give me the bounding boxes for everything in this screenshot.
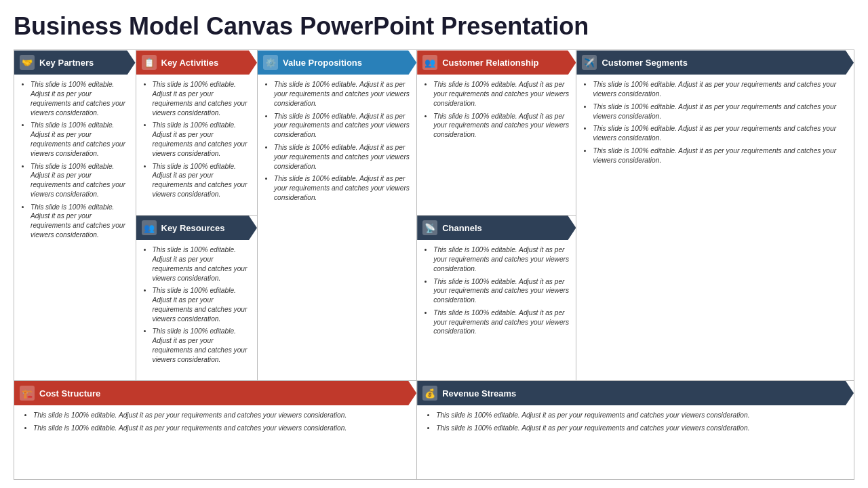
key-resources-cell: 👥 Key Resources This slide is 100% edita… <box>136 216 258 380</box>
customer-segments-header: ✈️ Customer Segments <box>576 50 854 75</box>
list-item: This slide is 100% editable. Adjust it a… <box>33 411 408 420</box>
revenue-streams-header: 💰 Revenue Streams <box>417 381 854 405</box>
list-item: This slide is 100% editable. Adjust it a… <box>433 245 569 273</box>
list-item: This slide is 100% editable. Adjust it a… <box>31 203 129 240</box>
customer-segments-cell: ✈️ Customer Segments This slide is 100% … <box>576 50 854 380</box>
value-propositions-label: Value Propositions <box>283 58 362 68</box>
revenue-streams-content: This slide is 100% editable. Adjust it a… <box>417 405 854 479</box>
customer-segments-label: Customer Segments <box>601 58 687 68</box>
list-item: This slide is 100% editable. Adjust it a… <box>593 80 847 99</box>
channels-icon: 📡 <box>422 220 437 235</box>
bottom-section: 🏗️ Cost Structure This slide is 100% edi… <box>14 381 854 479</box>
key-partners-icon: 🤝 <box>20 55 35 70</box>
cost-structure-content: This slide is 100% editable. Adjust it a… <box>14 405 416 479</box>
list-item: This slide is 100% editable. Adjust it a… <box>274 143 410 171</box>
revenue-streams-cell: 💰 Revenue Streams This slide is 100% edi… <box>417 381 854 479</box>
cost-structure-icon: 🏗️ <box>20 386 35 401</box>
customer-relationship-label: Customer Relationship <box>442 58 538 68</box>
list-item: This slide is 100% editable. Adjust it a… <box>31 80 129 117</box>
list-item: This slide is 100% editable. Adjust it a… <box>153 286 251 323</box>
value-propositions-content: This slide is 100% editable. Adjust it a… <box>258 75 416 380</box>
key-partners-header: 🤝 Key Partners <box>14 50 136 75</box>
list-item: This slide is 100% editable. Adjust it a… <box>436 411 846 420</box>
channels-header: 📡 Channels <box>417 216 576 240</box>
list-item: This slide is 100% editable. Adjust it a… <box>593 146 847 165</box>
key-activities-icon: 📋 <box>142 55 157 70</box>
list-item: This slide is 100% editable. Adjust it a… <box>593 124 847 143</box>
cost-structure-label: Cost Structure <box>39 388 100 399</box>
list-item: This slide is 100% editable. Adjust it a… <box>433 277 569 305</box>
list-item: This slide is 100% editable. Adjust it a… <box>274 80 410 108</box>
key-resources-header: 👥 Key Resources <box>136 216 258 240</box>
value-propositions-header: ⚙️ Value Propositions <box>258 50 416 75</box>
cost-structure-cell: 🏗️ Cost Structure This slide is 100% edi… <box>14 381 417 479</box>
channels-label: Channels <box>442 223 482 233</box>
customer-relationship-header: 👥 Customer Relationship <box>417 50 576 75</box>
slide: Business Model Canvas PowerPoint Present… <box>0 0 868 488</box>
list-item: This slide is 100% editable. Adjust it a… <box>274 112 410 140</box>
key-activities-label: Key Activities <box>161 58 219 68</box>
list-item: This slide is 100% editable. Adjust it a… <box>436 424 846 433</box>
list-item: This slide is 100% editable. Adjust it a… <box>433 112 569 140</box>
list-item: This slide is 100% editable. Adjust it a… <box>153 121 251 158</box>
list-item: This slide is 100% editable. Adjust it a… <box>31 121 129 158</box>
stacked-activities-resources: 📋 Key Activities This slide is 100% edit… <box>136 50 258 380</box>
list-item: This slide is 100% editable. Adjust it a… <box>33 424 408 433</box>
list-item: This slide is 100% editable. Adjust it a… <box>433 80 569 108</box>
customer-relationship-icon: 👥 <box>422 55 437 70</box>
key-activities-cell: 📋 Key Activities This slide is 100% edit… <box>136 50 258 216</box>
channels-content: This slide is 100% editable. Adjust it a… <box>417 240 576 380</box>
cost-structure-header: 🏗️ Cost Structure <box>14 381 416 405</box>
list-item: This slide is 100% editable. Adjust it a… <box>153 80 251 117</box>
key-partners-content: This slide is 100% editable. Adjust it a… <box>14 75 136 380</box>
list-item: This slide is 100% editable. Adjust it a… <box>153 327 251 364</box>
list-item: This slide is 100% editable. Adjust it a… <box>31 162 129 199</box>
list-item: This slide is 100% editable. Adjust it a… <box>274 174 410 202</box>
channels-cell: 📡 Channels This slide is 100% editable. … <box>417 216 576 380</box>
customer-relationship-cell: 👥 Customer Relationship This slide is 10… <box>417 50 576 216</box>
customer-segments-content: This slide is 100% editable. Adjust it a… <box>576 75 854 380</box>
slide-title: Business Model Canvas PowerPoint Present… <box>14 12 854 40</box>
key-resources-icon: 👥 <box>142 220 157 235</box>
revenue-streams-label: Revenue Streams <box>442 388 516 399</box>
customer-segments-icon: ✈️ <box>582 55 597 70</box>
key-resources-content: This slide is 100% editable. Adjust it a… <box>136 240 258 380</box>
list-item: This slide is 100% editable. Adjust it a… <box>593 102 847 121</box>
value-propositions-icon: ⚙️ <box>263 55 278 70</box>
canvas-grid: 🤝 Key Partners This slide is 100% editab… <box>14 49 854 480</box>
key-partners-cell: 🤝 Key Partners This slide is 100% editab… <box>14 50 136 380</box>
list-item: This slide is 100% editable. Adjust it a… <box>153 245 251 283</box>
top-section: 🤝 Key Partners This slide is 100% editab… <box>14 50 854 381</box>
value-propositions-cell: ⚙️ Value Propositions This slide is 100%… <box>258 50 417 380</box>
key-activities-header: 📋 Key Activities <box>136 50 258 75</box>
list-item: This slide is 100% editable. Adjust it a… <box>433 308 569 336</box>
revenue-streams-icon: 💰 <box>422 386 437 401</box>
stacked-cr-channels: 👥 Customer Relationship This slide is 10… <box>417 50 576 380</box>
key-partners-label: Key Partners <box>39 58 94 68</box>
key-resources-label: Key Resources <box>161 223 225 233</box>
key-activities-content: This slide is 100% editable. Adjust it a… <box>136 75 258 215</box>
list-item: This slide is 100% editable. Adjust it a… <box>153 162 251 199</box>
customer-relationship-content: This slide is 100% editable. Adjust it a… <box>417 75 576 215</box>
